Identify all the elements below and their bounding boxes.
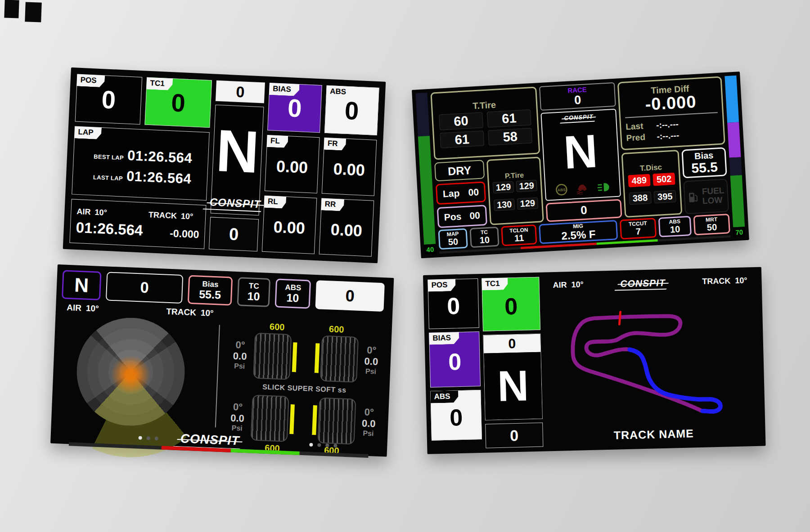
tire-compound-label: SLICK SUPER SOFT ss xyxy=(262,383,346,394)
pos-box: POS 0 xyxy=(75,74,143,125)
disc-rl: 388 xyxy=(629,192,652,205)
lap-value: 00 xyxy=(468,187,479,197)
dash-lap-timing: POS 0 TC1 0 LAP BEST LAP 01:26.564 LAST … xyxy=(63,67,386,263)
setting-value: 10 xyxy=(479,235,490,245)
dash-gforce-tires: N 0 Bias 55.5 TC 10 ABS 10 0 AIR 10° TRA… xyxy=(50,264,394,457)
dash-track-map: POS 0 BIAS 0 ABS 0 TC1 0 0 N 0 AIR 10° C… xyxy=(423,267,765,454)
pred-time-label: Pred xyxy=(626,131,650,144)
gear-box: N CONSPIT xyxy=(211,105,264,216)
bias-box: BIAS 0 xyxy=(267,83,322,133)
last-time-value: -:--.--- xyxy=(656,118,679,131)
best-lap-time: 01:26.564 xyxy=(127,148,193,167)
page-dots-right[interactable] xyxy=(307,440,340,450)
track-temp: 10° xyxy=(181,211,194,221)
traction-control-icon xyxy=(575,182,590,195)
conspit-logo: CONSPIT xyxy=(178,431,242,448)
rr-label: RR xyxy=(321,198,344,211)
disc-fl: 489 xyxy=(628,174,651,188)
air-temp: 10° xyxy=(571,280,584,290)
fuel-pump-icon xyxy=(688,191,699,204)
track-temp: 10° xyxy=(735,276,747,286)
fuel-low-warning: FUEL LOW xyxy=(683,179,729,214)
start-finish-line xyxy=(619,312,621,324)
rl-corner-readout: 0° 0.0 Psi xyxy=(230,402,245,432)
lap-label: Lap xyxy=(442,188,460,199)
bias-box: BIAS 0 xyxy=(429,331,481,388)
gforce-radar xyxy=(56,310,214,433)
lap-delta: -0.000 xyxy=(170,227,199,241)
current-lap-time: 01:26.564 xyxy=(76,219,143,239)
svg-text:ABS: ABS xyxy=(558,188,566,192)
tc-label: TC xyxy=(249,282,259,291)
track-sector-blue xyxy=(630,347,720,413)
brake-bias-box: Bias 55.5 xyxy=(188,275,233,306)
last-lap-label: LAST LAP xyxy=(89,174,123,182)
rr-corner-readout: 0° 0.0 Psi xyxy=(361,407,376,438)
session-value: 0 xyxy=(574,94,582,107)
brake-bias-box: Bias 55.5 xyxy=(681,147,727,178)
front-right-tire xyxy=(312,335,359,383)
tire-wear-bar xyxy=(312,405,317,435)
tire-temp-box: T.Tire 60 61 61 58 xyxy=(430,87,540,160)
tc1-label: TC1 xyxy=(482,277,508,290)
tc1-label: TC1 xyxy=(146,77,173,91)
setting-value: 11 xyxy=(514,233,524,243)
bottom-readout: 0 xyxy=(485,423,543,448)
disc-temp-title: T.Disc xyxy=(639,163,662,173)
setting-value: 10 xyxy=(670,224,680,234)
conspit-logo: CONSPIT xyxy=(207,196,263,210)
abs-box: ABS 0 xyxy=(430,390,482,441)
tc1-box: TC1 0 xyxy=(144,77,212,128)
bias-label: BIAS xyxy=(269,83,300,96)
abs-label: ABS xyxy=(326,85,355,99)
tire-pressure-title: P.Tire xyxy=(504,171,524,180)
abs-value: 10 xyxy=(286,291,299,304)
best-lap-label: BEST LAP xyxy=(90,153,124,161)
pred-time-value: -:--.--- xyxy=(657,130,680,142)
left-bar-value: 40 xyxy=(424,244,436,255)
last-lap-time: 01:26.564 xyxy=(126,168,192,188)
fr-tread-temp: 600 xyxy=(329,324,344,335)
abs-box: ABS 0 xyxy=(324,85,379,135)
tire-graphic xyxy=(320,335,359,383)
lap-counter-box: Lap 00 xyxy=(436,181,486,205)
right-bar-value: 70 xyxy=(733,227,745,237)
tire-temp-fr: 61 xyxy=(487,109,531,127)
rl-label: RL xyxy=(264,196,286,209)
rpm-readout: 0 xyxy=(483,334,540,353)
tire-wear-bar xyxy=(289,404,295,434)
bottom-readout: 0 xyxy=(209,217,259,251)
fr-label: FR xyxy=(324,138,346,151)
gear-box: 0 N xyxy=(483,334,543,420)
tire-temp-rl: 61 xyxy=(440,130,484,148)
track-condition-box: DRY xyxy=(434,160,485,181)
pos-box: POS 0 xyxy=(428,278,479,329)
tire-fr-box: FR 0.00 xyxy=(322,138,377,196)
time-diff-box: Time Diff -0.000 Last -:--.--- Pred -:--… xyxy=(617,76,725,151)
gear-indicator: N xyxy=(214,105,261,198)
bias-value: 55.5 xyxy=(199,288,221,300)
bias-value: 55.5 xyxy=(691,160,718,175)
fl-tread-temp: 600 xyxy=(270,322,285,332)
speed-readout: 0 xyxy=(315,280,384,312)
disc-fr: 502 xyxy=(652,173,675,186)
front-left-tire xyxy=(253,333,299,380)
pressure-rl: 130 xyxy=(494,199,515,211)
conspit-logo: CONSPIT xyxy=(562,112,595,122)
pressure-rr: 129 xyxy=(517,197,538,210)
position-box: Pos 00 xyxy=(437,205,487,228)
setting-tclon: TCLON 11 xyxy=(501,224,537,246)
setting-value: 50 xyxy=(706,222,717,232)
setting-mrt: MRT 50 xyxy=(693,214,730,235)
tire-wear-bar xyxy=(292,342,297,372)
tire-graphic xyxy=(253,333,292,380)
pressure-fl: 129 xyxy=(493,181,514,194)
gear-indicator: N xyxy=(484,352,542,420)
tc-box: TC 10 xyxy=(237,277,271,307)
lap-label: LAP xyxy=(74,126,102,140)
air-label: AIR xyxy=(76,206,91,216)
tire-pressure-box: P.Tire 129 129 130 129 xyxy=(486,156,544,225)
pos-label: POS xyxy=(76,74,105,88)
background-artifact xyxy=(4,0,19,18)
disc-rr: 395 xyxy=(653,190,676,204)
